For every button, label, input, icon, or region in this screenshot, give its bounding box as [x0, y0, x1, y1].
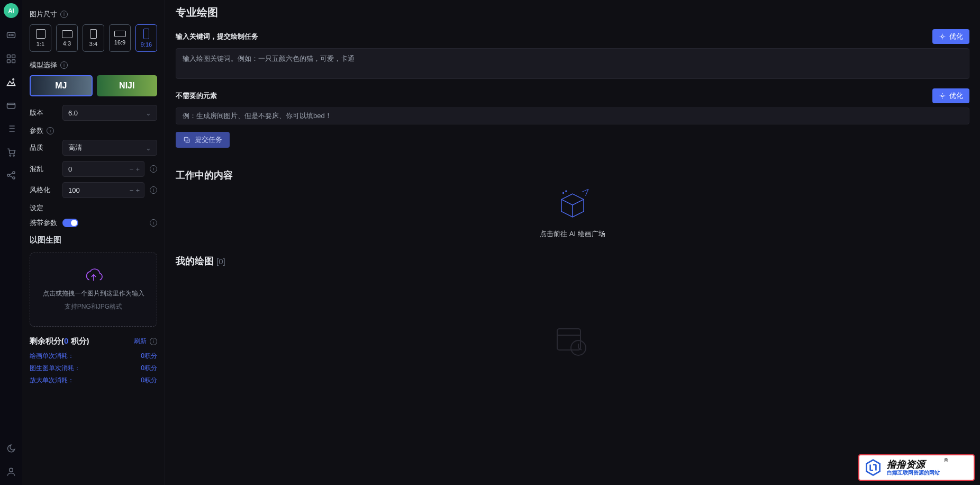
prompt-textarea[interactable]: 输入绘图关键词。例如：一只五颜六色的猫，可爱，卡通 — [176, 48, 969, 79]
credit-line: 绘画单次消耗：0积分 — [30, 352, 157, 361]
cloud-upload-icon — [83, 268, 104, 285]
main-content: 专业绘图 输入关键词，提交绘制任务 优化 输入绘图关键词。例如：一只五颜六色的猫… — [165, 0, 980, 485]
info-icon[interactable]: i — [47, 127, 54, 134]
credits-header: 剩余积分(0 积分) 刷新 i — [30, 336, 157, 346]
chaos-input[interactable]: 0 −+ — [62, 161, 144, 177]
img2img-label: 以图生图 — [30, 235, 157, 245]
model-mj[interactable]: MJ — [30, 75, 93, 96]
ratio-3-4[interactable]: 3:4 — [83, 24, 104, 52]
list-icon[interactable] — [5, 123, 17, 134]
ratio-16-9[interactable]: 16:9 — [109, 24, 131, 52]
minus-icon[interactable]: − — [130, 186, 134, 194]
model-select-label: 模型选择 i — [30, 60, 157, 70]
plus-icon[interactable]: + — [135, 165, 140, 173]
sparkle-icon — [939, 92, 946, 100]
apps-icon[interactable] — [5, 53, 17, 65]
watermark-title: 撸撸资源 — [887, 460, 940, 470]
credit-line: 图生图单次消耗：0积分 — [30, 364, 157, 373]
chevron-down-icon: ⌄ — [146, 144, 151, 152]
cart-icon[interactable] — [5, 146, 17, 158]
svg-point-20 — [566, 191, 567, 192]
carry-params-label: 携带参数 — [30, 218, 57, 228]
settings-sidebar: 图片尺寸 i 1:1 4:3 3:4 16:9 9:16 模型选择 i MJ N… — [22, 0, 165, 485]
svg-rect-6 — [7, 60, 11, 63]
ratio-9-16[interactable]: 9:16 — [135, 24, 157, 52]
theme-icon[interactable] — [5, 443, 17, 454]
ratio-selector: 1:1 4:3 3:4 16:9 9:16 — [30, 24, 157, 52]
my-drawings-title: 我的绘图 [0] — [176, 255, 969, 267]
quality-select[interactable]: 高清 ⌄ — [62, 140, 157, 156]
version-select[interactable]: 6.0 ⌄ — [62, 105, 157, 121]
svg-point-8 — [13, 79, 14, 80]
model-niji[interactable]: NIJI — [97, 75, 158, 96]
info-icon[interactable]: i — [150, 219, 157, 227]
upload-sub-text: 支持PNG和JPG格式 — [65, 302, 122, 311]
upload-main-text: 点击或拖拽一个图片到这里作为输入 — [43, 289, 144, 298]
model-selector: MJ NIJI — [30, 75, 157, 96]
settings-label: 设定 — [30, 203, 157, 213]
prompt-label: 输入关键词，提交绘制任务 — [176, 32, 258, 41]
svg-rect-9 — [7, 103, 15, 109]
carry-params-row: 携带参数 i — [30, 218, 157, 228]
stylize-row: 风格化 100 −+ i — [30, 182, 157, 198]
sparkle-icon — [939, 33, 946, 40]
chevron-down-icon: ⌄ — [146, 109, 151, 117]
svg-rect-7 — [12, 60, 15, 63]
version-label: 版本 — [30, 108, 57, 118]
submit-button[interactable]: 提交任务 — [176, 132, 230, 148]
image-gen-icon[interactable] — [5, 76, 17, 88]
registered-mark: ® — [944, 457, 948, 463]
svg-rect-18 — [184, 137, 188, 141]
credit-line: 放大单次消耗：0积分 — [30, 376, 157, 385]
gallery-link-area[interactable]: 点击前往 AI 绘画广场 — [176, 189, 969, 239]
svg-point-15 — [10, 468, 13, 472]
svg-point-1 — [9, 34, 10, 35]
svg-point-3 — [13, 34, 14, 35]
quality-label: 品质 — [30, 143, 57, 152]
nav-rail: AI — [0, 0, 22, 485]
image-size-label: 图片尺寸 i — [30, 10, 157, 19]
minus-icon[interactable]: − — [130, 165, 134, 173]
share-icon[interactable] — [5, 169, 17, 181]
credits-title: 剩余积分(0 积分) — [30, 336, 89, 346]
svg-rect-5 — [12, 55, 15, 58]
quality-row: 品质 高清 ⌄ — [30, 140, 157, 156]
info-icon[interactable]: i — [60, 61, 68, 69]
watermark-subtitle: 白嫖互联网资源的网站 — [887, 470, 940, 475]
chaos-row: 混乱 0 −+ i — [30, 161, 157, 177]
svg-point-11 — [13, 155, 15, 156]
info-icon[interactable]: i — [150, 186, 157, 194]
page-title: 专业绘图 — [176, 5, 969, 20]
stylize-label: 风格化 — [30, 185, 57, 195]
chaos-label: 混乱 — [30, 164, 57, 174]
watermark-logo-icon — [864, 458, 883, 477]
optimize-button[interactable]: 优化 — [932, 29, 969, 44]
negative-label: 不需要的元素 — [176, 91, 217, 101]
info-icon[interactable]: i — [150, 165, 157, 173]
app-logo[interactable]: AI — [4, 3, 19, 18]
send-icon — [183, 136, 190, 143]
ratio-1-1[interactable]: 1:1 — [30, 24, 51, 52]
negative-textarea[interactable]: 例：生成房间图片、但是不要床、你可以填bed！ — [176, 107, 969, 124]
gallery-link-text: 点击前往 AI 绘画广场 — [540, 229, 605, 239]
refresh-button[interactable]: 刷新 i — [134, 337, 157, 346]
info-icon[interactable]: i — [60, 11, 68, 18]
watermark-badge: 撸撸资源 白嫖互联网资源的网站 ® — [858, 454, 975, 481]
chat-icon[interactable] — [5, 30, 17, 41]
svg-rect-21 — [557, 329, 580, 350]
plus-icon[interactable]: + — [135, 186, 140, 194]
user-icon[interactable] — [5, 466, 17, 478]
stylize-input[interactable]: 100 −+ — [62, 182, 144, 198]
svg-point-2 — [11, 34, 12, 35]
upload-dropzone[interactable]: 点击或拖拽一个图片到这里作为输入 支持PNG和JPG格式 — [30, 253, 157, 327]
svg-rect-4 — [7, 55, 11, 58]
empty-icon — [554, 326, 591, 357]
svg-point-19 — [563, 193, 564, 194]
wallet-icon[interactable] — [5, 100, 17, 111]
ratio-4-3[interactable]: 4:3 — [56, 24, 78, 52]
carry-params-toggle[interactable] — [62, 219, 78, 227]
optimize-button[interactable]: 优化 — [932, 88, 969, 103]
svg-point-16 — [941, 35, 943, 38]
prompt-header: 输入关键词，提交绘制任务 优化 — [176, 29, 969, 44]
empty-state — [176, 326, 969, 357]
